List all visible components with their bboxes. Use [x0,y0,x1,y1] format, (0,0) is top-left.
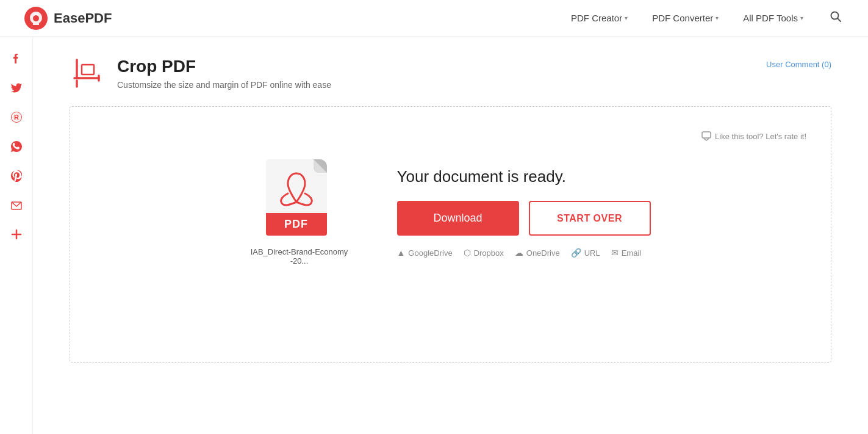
page-title: Crop PDF [117,57,331,76]
tool-card: Like this tool? Let's rate it! PDF [70,106,831,363]
facebook-icon [10,52,23,65]
dropbox-icon: ⬡ [464,248,471,258]
sidebar-item-reddit[interactable]: R [0,104,33,131]
sidebar-item-more[interactable] [0,221,33,248]
reddit-icon: R [10,111,23,123]
rate-link-row: Like this tool? Let's rate it! [95,131,806,141]
email-share-icon: ✉ [611,248,619,258]
logo-text: EasePDF [54,10,112,26]
sidebar-item-facebook[interactable] [0,45,33,72]
svg-point-1 [33,15,39,21]
share-onedrive[interactable]: ☁ OneDrive [515,248,560,258]
main-content: Crop PDF Customsize the size and margin … [33,37,868,381]
sidebar-item-twitter[interactable] [0,74,33,101]
crop-pdf-icon-wrapper [70,55,106,92]
nav-pdf-converter[interactable]: PDF Converter ▾ [652,13,719,23]
action-area: Your document is ready. Download START O… [397,167,651,258]
download-button[interactable]: Download [397,201,519,236]
sidebar-item-email[interactable] [0,192,33,219]
sidebar-item-whatsapp[interactable] [0,133,33,160]
sidebar-item-pinterest[interactable] [0,162,33,189]
plus-icon [10,228,23,241]
user-comment-link[interactable]: User Comment (0) [766,60,831,69]
svg-rect-17 [702,132,711,138]
page-subtitle: Customsize the size and margin of PDF on… [117,80,331,90]
page-header: Crop PDF Customsize the size and margin … [70,55,831,92]
nav-pdf-creator[interactable]: PDF Creator ▾ [571,13,628,23]
action-buttons: Download START OVER [397,201,651,236]
nav-all-pdf-tools[interactable]: All PDF Tools ▾ [743,13,803,23]
header-nav: PDF Creator ▾ PDF Converter ▾ All PDF To… [571,9,844,27]
twitter-icon [10,82,23,94]
sidebar: R [0,37,33,381]
share-googledrive[interactable]: ▲ GoogleDrive [397,248,453,258]
page-title-block: Crop PDF Customsize the size and margin … [117,57,331,90]
share-url[interactable]: 🔗 URL [571,248,600,258]
svg-line-3 [838,18,841,21]
search-button[interactable] [828,9,844,27]
header: EasePDF PDF Creator ▾ PDF Converter ▾ Al… [0,0,868,37]
start-over-button[interactable]: START OVER [529,201,651,236]
page-header-left: Crop PDF Customsize the size and margin … [70,55,331,92]
pdf-preview: PDF IAB_Direct-Brand-Economy-20... [251,159,348,266]
pdf-file-body: PDF [266,159,327,236]
url-icon: 🔗 [571,248,581,258]
share-email[interactable]: ✉ Email [611,248,642,258]
email-icon [10,199,23,211]
ready-text: Your document is ready. [397,167,651,186]
rate-link[interactable]: Like this tool? Let's rate it! [701,131,806,141]
acrobat-icon [266,164,327,219]
pdf-file-icon: PDF [266,159,333,239]
chevron-down-icon: ▾ [800,15,803,21]
logo[interactable]: EasePDF [24,7,112,30]
pdf-label: PDF [266,213,327,236]
result-area: PDF IAB_Direct-Brand-Economy-20... Your … [95,153,806,272]
whatsapp-icon [10,140,23,153]
svg-rect-13 [82,65,94,74]
chevron-down-icon: ▾ [625,15,628,21]
logo-icon [24,7,48,30]
share-dropbox[interactable]: ⬡ Dropbox [464,248,504,258]
svg-text:R: R [14,114,19,121]
chevron-down-icon: ▾ [716,15,719,21]
share-options: ▲ GoogleDrive ⬡ Dropbox ☁ OneDrive 🔗 URL [397,248,651,258]
comment-icon [701,131,711,141]
search-icon [830,11,841,22]
pdf-filename: IAB_Direct-Brand-Economy-20... [251,247,348,266]
crop-pdf-icon [70,55,106,92]
googledrive-icon: ▲ [397,248,406,258]
pinterest-icon [10,170,23,182]
onedrive-icon: ☁ [515,248,523,258]
